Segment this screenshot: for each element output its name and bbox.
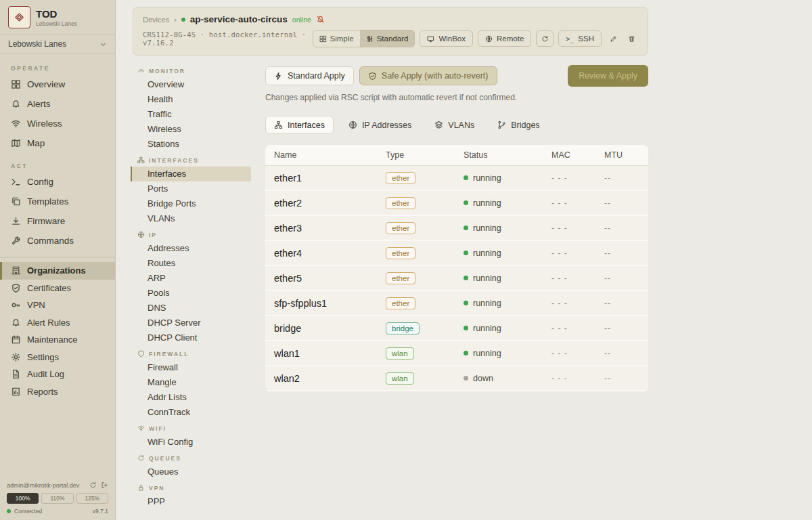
- sidebar-item-vpn[interactable]: VPN: [0, 297, 115, 314]
- devnav-item-traffic[interactable]: Traffic: [131, 107, 251, 122]
- monitor-icon: [427, 35, 434, 43]
- devnav-item-routes[interactable]: Routes: [131, 256, 251, 271]
- sidebar-item-organizations[interactable]: Organizations: [0, 262, 115, 280]
- app-version: v9.7.1: [93, 508, 108, 515]
- devnav-item-dhcp-client[interactable]: DHCP Client: [131, 330, 251, 345]
- devnav-section-wifi: WIFI: [131, 420, 251, 435]
- refresh-button[interactable]: [536, 30, 554, 47]
- bell-icon: [11, 99, 21, 109]
- devnav-item-pools[interactable]: Pools: [131, 286, 251, 301]
- device-meta: CRS112-8G-4S · host.docker.internal · v7…: [143, 30, 313, 47]
- devnav-item-addr-lists[interactable]: Addr Lists: [131, 390, 251, 405]
- devnav-item-interfaces[interactable]: Interfaces: [131, 167, 251, 181]
- main-content: Standard Apply Safe Apply (with auto-rev…: [265, 65, 648, 391]
- ssh-button[interactable]: >_ SSH: [558, 30, 602, 47]
- layers-icon: [434, 121, 443, 129]
- status-dot: [464, 175, 468, 180]
- sidebar-item-reports[interactable]: Reports: [0, 383, 115, 401]
- history-icon[interactable]: [89, 481, 97, 489]
- sidebar-item-commands[interactable]: Commands: [0, 231, 115, 251]
- zoom-100-button[interactable]: 100%: [7, 493, 39, 504]
- devnav-item-wifi-config[interactable]: WiFi Config: [131, 435, 251, 450]
- gauge-icon: [137, 67, 145, 74]
- status-dot: [464, 276, 468, 280]
- remote-button[interactable]: Remote: [478, 30, 531, 47]
- devnav-item-wireless[interactable]: Wireless: [131, 122, 251, 137]
- devnav-item-conntrack[interactable]: ConnTrack: [131, 405, 251, 420]
- sidebar-section-admin: Organizations Certificates VPN Alert Rul…: [0, 257, 115, 400]
- status-dot: [464, 326, 468, 330]
- devnav-item-mangle[interactable]: Mangle: [131, 375, 251, 390]
- org-selector[interactable]: Lebowski Lanes: [0, 34, 115, 54]
- globe-icon: [348, 121, 357, 129]
- type-badge: ether: [386, 297, 415, 309]
- sidebar: TOD Lebowski Lanes Lebowski Lanes OPERAT…: [0, 0, 116, 520]
- zoom-125-button[interactable]: 125%: [76, 493, 108, 504]
- devnav-section-queues: QUEUES: [131, 450, 251, 464]
- globe-icon: [485, 35, 493, 43]
- sidebar-item-map[interactable]: Map: [0, 133, 115, 153]
- table-row: ether4 ether running - - - --: [265, 241, 648, 266]
- devnav-item-bridge-ports[interactable]: Bridge Ports: [131, 196, 251, 211]
- standard-apply-button[interactable]: Standard Apply: [265, 66, 354, 85]
- sidebar-item-alerts[interactable]: Alerts: [0, 94, 115, 114]
- devnav-section-firewall: FIREWALL: [131, 345, 251, 360]
- shield-check-icon: [368, 72, 377, 81]
- zoom-110-button[interactable]: 110%: [41, 493, 73, 504]
- devnav-item-health[interactable]: Health: [131, 92, 251, 107]
- document-icon: [11, 369, 21, 379]
- review-apply-button[interactable]: Review & Apply: [568, 65, 648, 87]
- winbox-button[interactable]: WinBox: [420, 30, 473, 47]
- sidebar-item-alert-rules[interactable]: Alert Rules: [0, 314, 115, 332]
- devnav-item-dhcp-server[interactable]: DHCP Server: [131, 316, 251, 330]
- sidebar-item-config[interactable]: Config: [0, 172, 115, 192]
- sidebar-item-certificates[interactable]: Certificates: [0, 280, 115, 297]
- table-row: bridge bridge running - - - --: [265, 316, 648, 341]
- logout-icon[interactable]: [101, 481, 108, 489]
- devnav-item-ppp[interactable]: PPP: [131, 494, 251, 509]
- tab-ip-addresses[interactable]: IP Addresses: [340, 116, 420, 134]
- sidebar-item-overview[interactable]: Overview: [0, 74, 115, 94]
- sidebar-item-templates[interactable]: Templates: [0, 192, 115, 211]
- devnav-item-stations[interactable]: Stations: [131, 137, 251, 152]
- devnav-item-arp[interactable]: ARP: [131, 271, 251, 286]
- sidebar-item-audit-log[interactable]: Audit Log: [0, 366, 115, 383]
- chevron-down-icon: [99, 41, 107, 48]
- sidebar-item-firmware[interactable]: Firmware: [0, 211, 115, 231]
- devnav-item-overview[interactable]: Overview: [131, 77, 251, 92]
- devnav-item-ports[interactable]: Ports: [131, 181, 251, 196]
- safe-apply-button[interactable]: Safe Apply (with auto-revert): [359, 66, 497, 85]
- queue-icon: [137, 454, 145, 462]
- type-badge: ether: [386, 172, 415, 184]
- brand: TOD Lebowski Lanes: [0, 0, 115, 34]
- wrench-icon: [11, 236, 21, 246]
- breadcrumb-devices[interactable]: Devices: [143, 16, 169, 24]
- edit-button[interactable]: [606, 30, 620, 47]
- type-badge: ether: [386, 197, 415, 209]
- sidebar-item-settings[interactable]: Settings: [0, 349, 115, 366]
- table-row: sfp-sfpplus1 ether running - - - --: [265, 291, 648, 316]
- terminal-icon: [11, 177, 21, 187]
- devnav-item-dns[interactable]: DNS: [131, 301, 251, 316]
- tab-vlans[interactable]: VLANs: [426, 116, 482, 134]
- devnav-item-vlans[interactable]: VLANs: [131, 211, 251, 226]
- mode-standard-button[interactable]: Standard: [360, 30, 415, 47]
- key-icon: [11, 300, 21, 310]
- delete-button[interactable]: [625, 30, 638, 47]
- devnav-item-firewall[interactable]: Firewall: [131, 360, 251, 375]
- wifi-icon: [11, 118, 21, 129]
- bell-slash-icon[interactable]: [316, 15, 325, 24]
- sidebar-item-maintenance[interactable]: Maintenance: [0, 331, 115, 349]
- tab-bridges[interactable]: Bridges: [489, 116, 547, 134]
- table-row: wlan1 wlan running - - - --: [265, 341, 648, 366]
- type-badge: bridge: [386, 322, 420, 334]
- brand-subtitle: Lebowski Lanes: [36, 20, 77, 27]
- devnav-item-queues[interactable]: Queues: [131, 464, 251, 479]
- sidebar-item-wireless[interactable]: Wireless: [0, 114, 115, 133]
- tab-interfaces[interactable]: Interfaces: [265, 116, 334, 134]
- devnav-item-addresses[interactable]: Addresses: [131, 241, 251, 256]
- col-status: Status: [464, 150, 551, 160]
- zoom-controls: 100% 110% 125%: [7, 493, 108, 504]
- mode-simple-button[interactable]: Simple: [313, 30, 360, 47]
- terminal-prompt-icon: >_: [566, 35, 574, 43]
